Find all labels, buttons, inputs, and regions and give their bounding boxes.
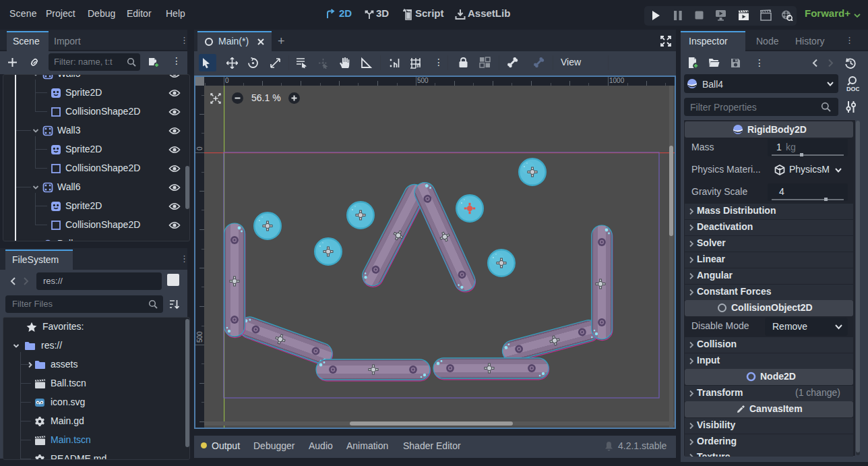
svg-text:DOC: DOC	[846, 86, 859, 92]
